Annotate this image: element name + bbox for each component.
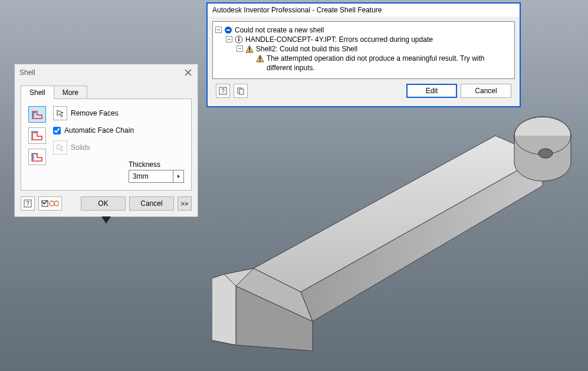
solids-label: Solids [71,143,90,152]
auto-face-chain-label: Automatic Face Chain [64,126,134,134]
expand-button[interactable]: >> [178,196,192,211]
tab-more[interactable]: More [54,86,87,99]
shell-dialog-title: Shell [19,68,183,77]
tree-feature-label: Shell2: Could not build this Shell [254,44,512,54]
svg-rect-19 [259,60,261,61]
shell-outside-button[interactable] [28,127,46,144]
svg-rect-23 [239,89,244,94]
error-dialog-title: Autodesk Inventor Professional - Create … [208,4,520,17]
tree-detail-label: The attempted operation did not produce … [264,54,512,73]
tab-shell[interactable]: Shell [21,86,54,99]
shell-dialog: Shell Shell More Remove Faces [14,64,198,217]
error-dialog: Autodesk Inventor Professional - Create … [206,2,521,107]
thickness-label: Thickness [129,160,184,169]
error-tree: – Could not create a new shell – HANDLE-… [212,21,515,79]
svg-text:?: ? [221,88,225,94]
cancel-button[interactable]: Cancel [461,84,511,98]
auto-face-chain-checkbox[interactable] [53,127,61,134]
tree-file-label: HANDLE-CONCEPT- 4Y.IPT: Errors occurred … [243,35,512,44]
svg-point-30 [54,201,59,206]
ok-button[interactable]: OK [81,196,126,211]
help-button[interactable]: ? [21,196,35,211]
svg-text:?: ? [26,201,29,207]
edit-button[interactable]: Edit [406,84,457,98]
svg-point-8 [538,149,553,158]
shell-inside-button[interactable] [28,106,46,123]
tree-collapse-icon[interactable]: – [236,45,243,52]
svg-rect-16 [249,51,250,52]
solids-picker[interactable] [53,140,67,155]
tree-collapse-icon[interactable]: – [215,27,222,33]
remove-faces-label: Remove Faces [71,109,119,117]
svg-rect-13 [238,37,239,38]
warning-icon [256,54,264,63]
svg-point-29 [50,201,54,206]
thickness-input[interactable] [129,170,173,183]
svg-rect-15 [249,47,250,50]
stop-icon [224,26,232,34]
model-viewport[interactable] [212,97,578,351]
copy-button[interactable] [234,84,248,98]
tree-collapse-icon[interactable]: – [226,36,232,42]
svg-rect-18 [259,57,261,60]
cancel-button[interactable]: Cancel [129,196,174,211]
remove-faces-picker[interactable] [53,106,67,120]
preview-toggle[interactable] [38,196,62,211]
thickness-flyout-button[interactable] [173,170,184,183]
tree-root-label: Could not create a new shell [232,25,512,35]
info-icon [235,35,243,44]
svg-rect-10 [226,29,230,31]
dialog-anchor-caret-icon [101,216,111,224]
svg-marker-5 [212,274,236,345]
warning-icon [245,45,254,53]
svg-rect-12 [238,39,239,41]
shell-both-button[interactable] [28,149,46,165]
close-icon[interactable] [183,68,193,77]
help-button[interactable]: ? [216,84,230,98]
